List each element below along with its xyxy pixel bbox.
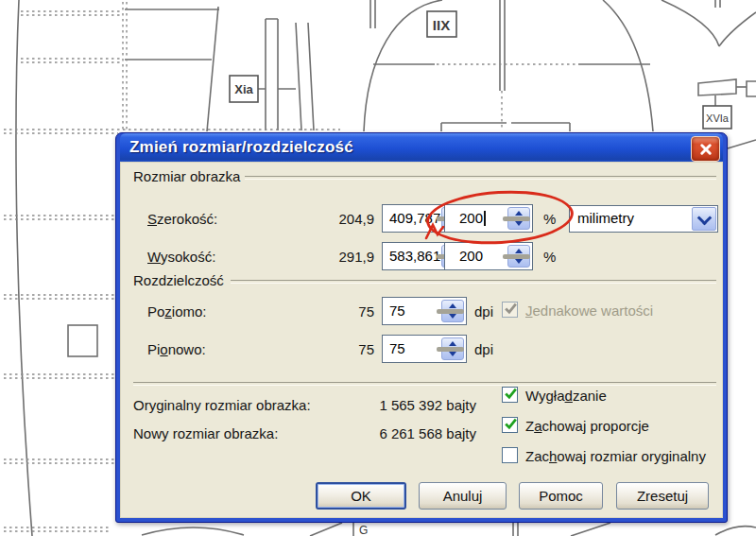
plan-label-iix: IIX (433, 17, 450, 33)
spinner-bar (437, 347, 464, 352)
new-size-label: Nowy rozmiar obrazka: (133, 425, 278, 441)
dialog-title: Zmień rozmiar/rozdzielczość (120, 138, 353, 157)
plan-label-xia: Xia (234, 82, 253, 96)
dialog-body: Rozmiar obrazka Szerokość: 204,9 409,787… (120, 162, 723, 518)
spinner-bar (503, 254, 530, 259)
size-group-rule (245, 176, 716, 180)
reset-button[interactable]: Zresetuj (616, 482, 709, 510)
resolution-group-label: Rozdzielczość (133, 272, 224, 288)
plan-label-xvia: XVIa (706, 112, 730, 124)
plan-label-g: G (359, 524, 368, 536)
width-label: Szerokość: (147, 211, 217, 227)
horizontal-dpi-label: Poziomo: (147, 303, 207, 320)
cancel-button[interactable]: Anuluj (419, 482, 507, 510)
vertical-dpi-spinner[interactable] (441, 337, 464, 360)
separator-rule (133, 382, 716, 386)
dialog-titlebar[interactable]: Zmień rozmiar/rozdzielczość (120, 133, 723, 162)
ok-button[interactable]: OK (316, 482, 406, 510)
keep-original-checkbox[interactable] (502, 447, 518, 463)
equal-values-checkbox[interactable] (502, 302, 518, 318)
vertical-dpi-label: Pionowo: (147, 341, 206, 357)
width-current-value: 204,9 (234, 211, 374, 227)
height-percent-unit: % (543, 249, 556, 265)
close-button[interactable] (691, 136, 720, 162)
smoothing-label: Wygładzanie (525, 388, 607, 404)
close-icon (699, 143, 712, 155)
original-size-label: Oryginalny rozmiar obrazka: (133, 397, 311, 413)
dropdown-button[interactable] (692, 207, 716, 231)
keep-ratio-checkbox[interactable] (502, 417, 518, 433)
keep-original-label: Zachowaj rozmiar oryginalny (525, 448, 706, 464)
height-percent-spinner[interactable] (507, 245, 530, 268)
unit-dropdown[interactable]: milimetry (569, 205, 718, 233)
size-group-label: Rozmiar obrazka (133, 168, 240, 184)
new-size-value: 6 261 568 bajty (291, 425, 476, 441)
horizontal-dpi-unit: dpi (474, 303, 493, 320)
keep-ratio-label: Zachowaj proporcje (525, 418, 649, 434)
horizontal-dpi-field[interactable]: 75 (382, 297, 467, 325)
smoothing-checkbox[interactable] (502, 387, 518, 403)
check-icon (503, 301, 519, 317)
resolution-group-rule (231, 280, 716, 284)
vertical-dpi-current: 75 (234, 341, 374, 357)
resize-dialog: Zmień rozmiar/rozdzielczość Rozmiar obra… (115, 132, 728, 523)
check-icon (503, 386, 519, 402)
check-icon (503, 416, 519, 432)
height-label: Wysokość: (147, 249, 215, 265)
equal-values-label: Jednakowe wartości (525, 303, 653, 319)
original-size-value: 1 565 392 bajty (291, 397, 476, 413)
horizontal-dpi-spinner[interactable] (441, 300, 464, 322)
spinner-bar (437, 309, 464, 314)
vertical-dpi-unit: dpi (474, 341, 493, 357)
annotation-squiggle (424, 222, 447, 241)
height-current-value: 291,9 (234, 249, 374, 265)
height-percent-field[interactable]: 200 (444, 242, 533, 270)
help-button[interactable]: Pomoc (519, 482, 603, 510)
vertical-dpi-field[interactable]: 75 (382, 335, 467, 363)
horizontal-dpi-current: 75 (234, 303, 374, 320)
